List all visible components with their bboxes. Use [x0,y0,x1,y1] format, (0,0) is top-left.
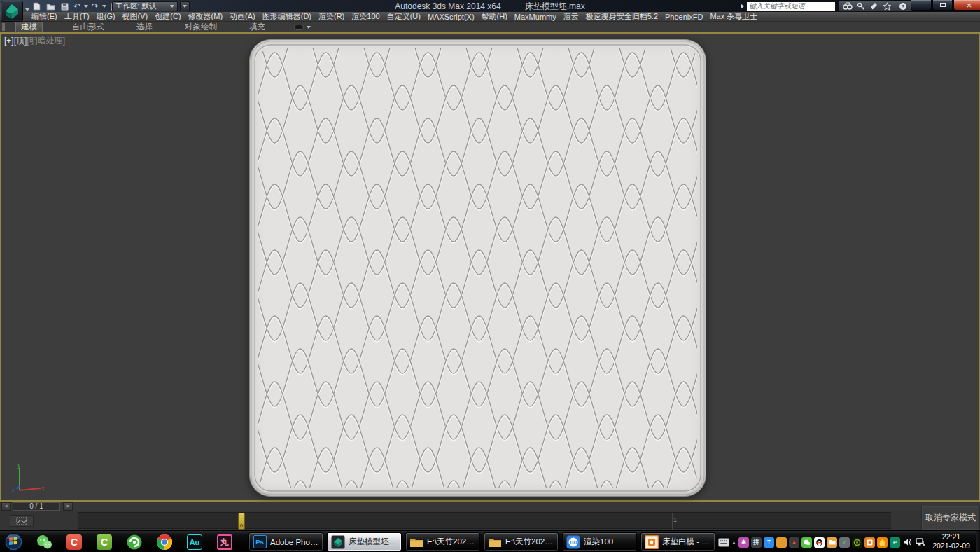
viewport-pov-menu[interactable]: [顶] [14,36,27,46]
world-axis-gizmo: y x z [6,462,45,497]
tray-folder-sync-icon[interactable] [827,537,837,548]
tab-selection[interactable]: 选择 [133,22,156,32]
wan-app-pinned-icon[interactable]: 丸 [216,534,233,551]
next-frame-button[interactable]: > [63,502,73,511]
ribbon-caret-icon [307,26,311,29]
task-label: 床垫模型坯.ma... [349,537,398,547]
save-file-button[interactable] [57,1,71,11]
redo-history-button[interactable] [101,1,108,11]
tray-ime-icon[interactable]: 拼 [751,537,762,548]
acdsee-icon [645,535,659,549]
task-3dsmax[interactable]: 床垫模型坯.ma... [327,532,402,551]
maximize-button[interactable] [932,0,953,11]
show-hidden-icons-button[interactable]: ▲ [732,540,736,545]
touch-keyboard-icon[interactable] [718,538,729,547]
menu-create[interactable]: 创建(C) [151,11,184,22]
previous-frame-button[interactable]: < [1,502,11,511]
tray-qq-icon[interactable] [814,537,825,548]
maximize-icon [940,3,946,7]
workspace-selector[interactable]: 工作区: 默认 [112,1,178,11]
mini-curve-editor-button[interactable] [10,515,34,527]
tray-orange-app-icon[interactable] [776,537,787,548]
camtasia-red-pinned-icon[interactable]: C [66,534,83,551]
menu-animation[interactable]: 动画(A) [226,11,259,22]
menu-group[interactable]: 组(G) [93,11,119,22]
task-render100[interactable]: 100 渲染100 [562,532,637,551]
chrome-pinned-icon[interactable] [156,534,173,551]
tray-acrobat-icon[interactable]: ▲ [789,537,799,548]
workspace-flyout-button[interactable] [180,1,190,11]
tab-freeform[interactable]: 自由形式 [69,22,108,32]
browser-360-pinned-icon[interactable] [126,534,143,551]
communication-center-button[interactable] [867,1,881,11]
tray-acdsee-icon[interactable] [864,537,875,548]
menu-xuanyun[interactable]: 渲云 [560,11,582,22]
infocenter-collapse-icon[interactable] [741,4,744,9]
viewport-shading-menu[interactable]: [明暗处理] [27,36,65,46]
tray-usb-safely-remove-icon[interactable]: ✓ [839,537,850,548]
menu-antivirus[interactable]: Max 杀毒卫士 [706,11,761,22]
menu-maxmummy[interactable]: MaxMummy [511,13,560,21]
tab-modeling[interactable]: 建模 [15,21,43,33]
task-photoshop[interactable]: Ps Adobe Photos... [248,532,323,551]
wechat-pinned-icon[interactable] [36,534,52,551]
undo-button[interactable]: ↶ [71,1,83,11]
tray-tim-icon[interactable]: T [764,537,774,548]
menu-maxscript[interactable]: MAXScript(X) [424,13,478,21]
menu-modifiers[interactable]: 修改器(M) [185,11,227,22]
menu-graph-editors[interactable]: 图形编辑器(D) [259,11,315,22]
menu-customize[interactable]: 自定义(U) [384,11,424,22]
redo-button[interactable]: ↷ [90,1,101,11]
audition-pinned-icon[interactable]: Au [186,534,203,551]
time-slider-handle[interactable]: 0 [238,513,245,530]
menu-slim-archive[interactable]: 极速瘦身安全归档5.2 [582,11,662,22]
search-button[interactable] [841,1,854,11]
tray-volume-icon[interactable] [902,537,913,548]
close-button[interactable]: × [953,0,980,11]
start-button[interactable] [4,532,23,551]
task-folder-2[interactable]: E:\天竹2020\格... [484,532,559,551]
application-menu-button[interactable] [1,1,23,22]
active-viewport[interactable]: [+][顶][明暗处理] y x z [0,32,980,502]
tray-wechat-icon[interactable] [802,537,812,548]
menu-views[interactable]: 视图(V) [119,11,152,22]
tab-object-paint[interactable]: 对象绘制 [181,22,220,32]
show-desktop-button[interactable] [976,531,980,552]
mattress-model[interactable] [249,39,706,497]
workspace-caret-icon [170,5,174,8]
task-acdsee[interactable]: 床垫白模 - AC... [640,532,715,551]
key-icon [857,2,865,11]
undo-history-button[interactable] [83,1,90,11]
tab-populate[interactable]: 填充 [246,22,269,32]
search-input[interactable] [746,1,836,11]
taskbar-clock[interactable]: 22:21 2021-02-09 [928,532,974,551]
open-file-button[interactable] [43,1,57,11]
menu-rendering[interactable]: 渲染(R) [315,11,348,22]
menu-render100[interactable]: 渲染100 [348,11,383,22]
open-folder-icon [46,3,55,11]
clock-date: 2021-02-09 [928,541,974,551]
new-scene-button[interactable] [29,1,43,11]
help-button[interactable]: ? [896,1,909,11]
windows-taskbar: C C Au 丸 P [0,530,980,552]
tray-eset-icon[interactable]: e [890,537,900,548]
task-folder-1[interactable]: E:\天竹2020\格... [405,532,480,551]
tray-firewall-icon[interactable] [877,537,888,548]
camtasia-green-pinned-icon[interactable]: C [96,534,113,551]
cancel-expert-mode-button[interactable]: 取消专家模式 [921,506,980,530]
tray-flower-icon[interactable]: ✱ [738,537,749,548]
minimize-button[interactable]: — [911,0,932,11]
binoculars-icon [843,2,853,10]
subscription-button[interactable] [854,1,867,11]
ribbon-grip-handle[interactable] [2,23,5,31]
menu-tools[interactable]: 工具(T) [61,11,93,22]
viewport-general-menu[interactable]: [+] [4,36,14,46]
menu-help[interactable]: 帮助(H) [478,11,511,22]
tray-network-icon[interactable] [915,537,925,548]
track-bar[interactable]: 1 0 [78,512,891,529]
tray-nvidia-icon[interactable] [852,537,862,548]
menu-phoenixfd[interactable]: PhoenixFD [662,13,706,21]
ribbon-minimize-control[interactable] [294,25,311,30]
menu-edit[interactable]: 编辑(E) [28,11,61,22]
favorites-button[interactable] [881,1,894,11]
